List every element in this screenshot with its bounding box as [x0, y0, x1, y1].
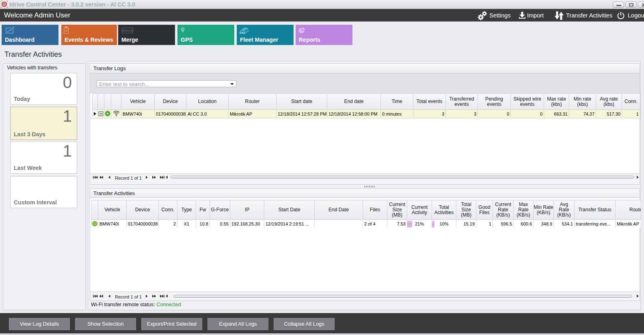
svg-text:MERGE: MERGE: [122, 29, 133, 32]
